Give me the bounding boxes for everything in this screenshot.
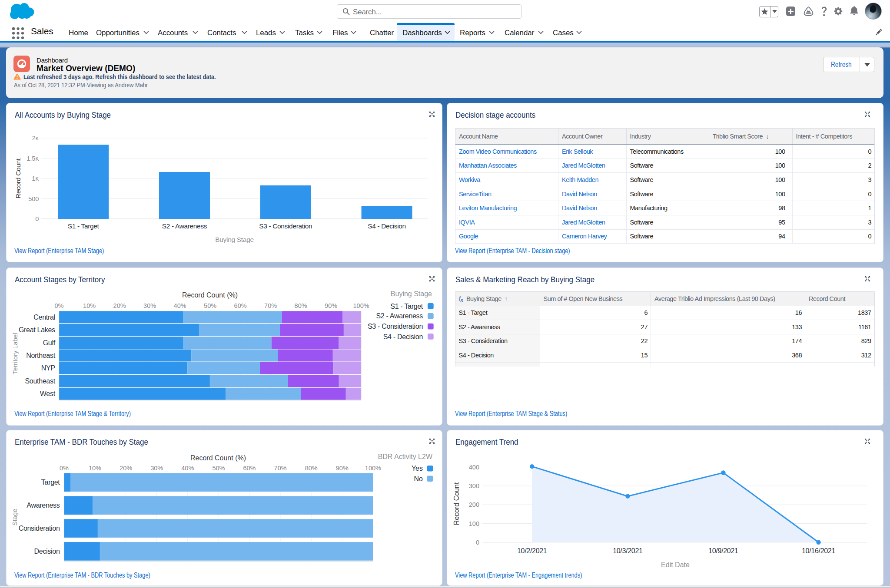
svg-text:Central: Central [33,314,55,321]
svg-text:400: 400 [469,464,479,471]
svg-text:50%: 50% [212,465,225,472]
svg-text:Gulf: Gulf [43,339,56,347]
svg-text:10/16/2021: 10/16/2021 [802,547,835,555]
svg-text:Buying Stage: Buying Stage [391,290,432,297]
svg-text:West: West [40,390,56,397]
svg-text:Yes: Yes [412,465,423,472]
svg-text:30%: 30% [150,465,163,472]
svg-text:S4 - Decision: S4 - Decision [368,222,406,230]
svg-text:Great Lakes: Great Lakes [19,326,55,334]
svg-text:Territory Label: Territory Label [11,333,19,374]
svg-text:Decision: Decision [34,548,60,555]
svg-text:0%: 0% [55,302,64,309]
svg-text:90%: 90% [325,302,337,309]
svg-text:10/9/2021: 10/9/2021 [708,547,738,555]
svg-text:70%: 70% [264,302,277,309]
svg-text:100%: 100% [365,465,381,472]
svg-text:Record Count: Record Count [14,158,22,198]
svg-text:100: 100 [469,520,479,527]
svg-text:60%: 60% [234,302,247,309]
svg-text:Record Count (%): Record Count (%) [182,291,238,299]
svg-text:Record Count (%): Record Count (%) [190,454,246,462]
svg-text:Consideration: Consideration [19,525,60,532]
svg-text:Stage: Stage [11,509,18,525]
svg-text:0%: 0% [60,465,69,472]
svg-text:Record Count: Record Count [453,482,460,525]
svg-text:30%: 30% [143,302,156,309]
svg-text:Buying Stage: Buying Stage [215,236,254,243]
svg-text:60%: 60% [243,465,256,472]
svg-text:S4 - Decision: S4 - Decision [383,333,423,340]
svg-text:20%: 20% [120,465,132,472]
svg-text:Southeast: Southeast [25,377,55,385]
svg-text:10%: 10% [89,465,101,472]
svg-text:Northeast: Northeast [26,352,56,359]
svg-text:Awareness: Awareness [27,502,60,509]
svg-text:Target: Target [41,479,60,486]
svg-text:S1 - Target: S1 - Target [390,303,423,310]
svg-text:BDR Activity L2W: BDR Activity L2W [378,453,433,460]
svg-text:2K: 2K [32,135,39,142]
svg-text:300: 300 [469,482,479,489]
svg-text:0: 0 [35,215,39,222]
svg-text:10/3/2021: 10/3/2021 [613,547,643,555]
svg-text:80%: 80% [295,302,307,309]
svg-text:90%: 90% [336,465,349,472]
svg-text:500: 500 [28,195,39,202]
svg-text:1.5K: 1.5K [27,155,39,162]
svg-text:50%: 50% [204,302,216,309]
svg-text:0: 0 [476,539,479,546]
svg-text:70%: 70% [274,465,287,472]
svg-text:S2 - Awareness: S2 - Awareness [162,222,207,230]
svg-text:20%: 20% [113,302,126,309]
svg-text:200: 200 [469,501,479,508]
svg-text:80%: 80% [305,465,318,472]
svg-text:40%: 40% [181,465,194,472]
svg-text:S3 - Consideration: S3 - Consideration [368,323,423,330]
svg-text:Edit Date: Edit Date [661,561,690,568]
svg-text:100%: 100% [353,302,369,309]
svg-text:NYP: NYP [41,364,55,372]
svg-text:1K: 1K [32,175,39,182]
svg-text:S3 - Consideration: S3 - Consideration [259,222,312,230]
svg-text:S2 - Awareness: S2 - Awareness [376,312,423,320]
svg-text:S1 - Target: S1 - Target [68,222,100,230]
svg-text:40%: 40% [174,302,186,309]
svg-text:10%: 10% [83,302,96,309]
svg-text:10/2/2021: 10/2/2021 [517,547,547,555]
svg-text:No: No [414,475,423,482]
